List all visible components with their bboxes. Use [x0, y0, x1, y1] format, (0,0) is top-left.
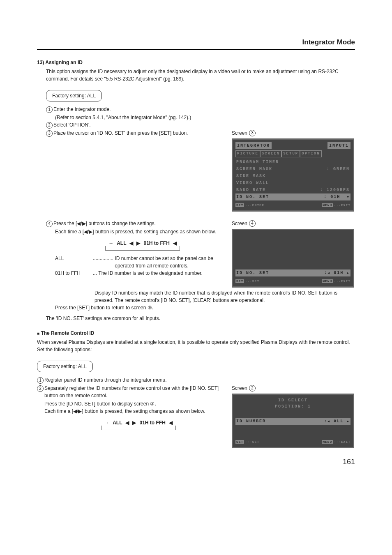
osd4-row: ID NO. SET : 01H	[235, 269, 350, 276]
circled-3-icon: 3	[46, 130, 53, 137]
remote-step-2-text: Separately register the ID numbers for r…	[44, 385, 224, 399]
set-hint-icon: SET	[235, 440, 244, 444]
triangle-down-icon	[347, 195, 350, 199]
remote-step-1: 1 Register panel ID numbers through the …	[37, 376, 355, 384]
remote-step-2b: Each time a [◀/▶] button is pressed, the…	[37, 408, 224, 415]
heading-13: 13) Assigning an ID	[37, 59, 355, 66]
circled-1-icon: 1	[37, 377, 44, 384]
remote-intro: When several Plasma Displays are install…	[37, 339, 355, 353]
step-4: 4 Press the [◀/▶] buttons to change the …	[37, 220, 224, 227]
cycle-diagram: → ALL ◀ ▶ 01H to FFH ◀	[37, 240, 224, 251]
remote-control-heading: ■ The Remote Control ID	[37, 329, 355, 337]
circled-2-icon: 2	[249, 385, 256, 391]
triangle-left-icon	[327, 419, 330, 424]
definition-all: ALL ............... ID number cannot be …	[55, 255, 224, 269]
circled-1-icon: 1	[46, 106, 53, 113]
triangle-left-icon	[327, 271, 330, 275]
triangle-right-icon	[347, 271, 350, 275]
screen-2-label: Screen 2	[232, 385, 355, 392]
osd3-row: SCREEN MASK: GREEN	[235, 166, 350, 173]
remote-step-2: 2 Separately register the ID numbers for…	[37, 385, 224, 399]
osd3-row-selected: ID NO. SET: 01H	[235, 193, 350, 200]
screen-4-label: Screen 4	[232, 220, 355, 227]
step-1-text: Enter the integrator mode.	[53, 106, 111, 113]
osd3-row: VIDEO WALL	[235, 180, 350, 187]
circled-4-icon: 4	[46, 221, 53, 227]
set-hint-icon: SET	[235, 279, 244, 283]
osd2-position: POSITION: 1	[235, 403, 350, 410]
osd3-row: SIDE MASK	[235, 173, 350, 180]
square-bullet-icon: ■	[37, 331, 39, 336]
intro-text: This option assigns the ID necessary to …	[37, 68, 355, 83]
menu-hint-icon: MENU	[322, 203, 333, 207]
note-id-match: Display ID numbers may match the ID numb…	[37, 289, 355, 304]
osd2-title: ID SELECT	[235, 397, 350, 403]
osd3-tab: OPTION	[300, 150, 321, 158]
set-hint-icon: SET	[235, 203, 244, 207]
osd3-row: BAUD RATE: 1200BPS	[235, 187, 350, 193]
osd-screen-3: INTEGRATOR INPUT1 PICTURE SCREEN SETUP O…	[232, 138, 354, 212]
step-4-sub: Each time a [◀/▶] button is pressed, the…	[37, 228, 224, 235]
circled-2-icon: 2	[46, 122, 53, 129]
step-1: 1 Enter the integrator mode.	[37, 106, 355, 113]
menu-hint-icon: MENU	[322, 279, 333, 283]
osd-screen-2: ID SELECT POSITION: 1 ID NUMBER : ALL SE…	[232, 394, 354, 448]
osd-screen-4: ID NO. SET : 01H SET···SET MENU···EXIT	[232, 229, 354, 288]
step-1-sub: (Refer to section 5.4.1, "About the Inte…	[37, 114, 355, 121]
osd3-row: PROGRAM TIMER	[235, 159, 350, 166]
remote-step-1-text: Register panel ID numbers through the in…	[44, 376, 167, 384]
osd3-tab: SCREEN	[260, 150, 281, 158]
remote-step-2a: Press the [ID NO. SET] button to display…	[37, 400, 224, 408]
page-number: 161	[37, 456, 355, 467]
osd2-row: ID NUMBER : ALL	[235, 418, 350, 425]
circled-2-icon: 2	[37, 385, 44, 392]
circled-4-icon: 4	[249, 220, 256, 227]
osd3-tab: SETUP	[281, 150, 300, 158]
osd3-input: INPUT1	[327, 142, 350, 149]
note-return: Press the [SET] button to return to scre…	[37, 304, 355, 311]
cycle-diagram-2: → ALL ◀ ▶ 01H to FFH ◀	[37, 419, 224, 430]
osd3-tab: PICTURE	[235, 150, 260, 158]
screen-3-label: Screen 3	[232, 129, 355, 137]
definition-ffh: 01H to FFH ... The ID number is set to t…	[55, 269, 224, 277]
triangle-right-icon	[347, 419, 350, 424]
factory-setting-box: Factory setting: ALL	[46, 90, 102, 101]
menu-hint-icon: MENU	[322, 440, 333, 444]
page-title: Integrator Mode	[37, 37, 355, 50]
step-3-text: Place the cursor on 'ID NO. SET' then pr…	[53, 129, 188, 137]
osd3-title: INTEGRATOR	[235, 142, 272, 149]
step-4-text: Press the [◀/▶] buttons to change the se…	[53, 220, 156, 227]
step-2-text: Select 'OPTION'.	[53, 121, 91, 129]
circled-3-icon: 3	[249, 130, 256, 136]
step-2: 2 Select 'OPTION'.	[37, 121, 355, 129]
step-3: 3 Place the cursor on 'ID NO. SET' then …	[37, 129, 224, 137]
factory-setting-box: Factory setting: ALL	[37, 361, 93, 372]
note-common: The 'ID NO. SET' settings are common for…	[37, 315, 355, 322]
